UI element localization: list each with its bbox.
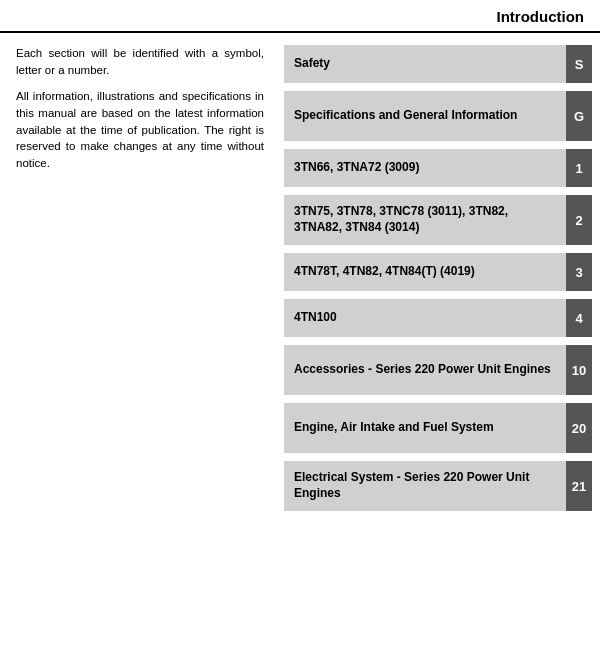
section-4tn78t-badge: 3 <box>566 253 592 291</box>
section-electrical-label: Electrical System - Series 220 Power Uni… <box>284 461 566 511</box>
section-3tn75-badge: 2 <box>566 195 592 245</box>
section-3tn66-badge: 1 <box>566 149 592 187</box>
section-accessories-label: Accessories - Series 220 Power Unit Engi… <box>284 345 566 395</box>
section-4tn78t[interactable]: 4TN78T, 4TN82, 4TN84(T) (4019)3 <box>284 253 592 291</box>
section-3tn66[interactable]: 3TN66, 3TNA72 (3009)1 <box>284 149 592 187</box>
section-safety[interactable]: SafetyS <box>284 45 592 83</box>
section-safety-label: Safety <box>284 45 566 83</box>
section-specs-badge: G <box>566 91 592 141</box>
section-specs-label: Specifications and General Information <box>284 91 566 141</box>
section-electrical[interactable]: Electrical System - Series 220 Power Uni… <box>284 461 592 511</box>
section-engine-air-badge: 20 <box>566 403 592 453</box>
section-engine-air[interactable]: Engine, Air Intake and Fuel System20 <box>284 403 592 453</box>
section-3tn75[interactable]: 3TN75, 3TN78, 3TNC78 (3011), 3TN82, 3TNA… <box>284 195 592 245</box>
section-3tn66-label: 3TN66, 3TNA72 (3009) <box>284 149 566 187</box>
section-specs[interactable]: Specifications and General InformationG <box>284 91 592 141</box>
right-panel: SafetySSpecifications and General Inform… <box>280 45 600 519</box>
section-4tn100[interactable]: 4TN1004 <box>284 299 592 337</box>
section-safety-badge: S <box>566 45 592 83</box>
section-4tn100-label: 4TN100 <box>284 299 566 337</box>
left-panel: Each section will be identified with a s… <box>0 45 280 519</box>
section-engine-air-label: Engine, Air Intake and Fuel System <box>284 403 566 453</box>
content-area: Each section will be identified with a s… <box>0 33 600 519</box>
left-para1: Each section will be identified with a s… <box>16 45 264 78</box>
section-accessories-badge: 10 <box>566 345 592 395</box>
section-electrical-badge: 21 <box>566 461 592 511</box>
section-4tn78t-label: 4TN78T, 4TN82, 4TN84(T) (4019) <box>284 253 566 291</box>
header-title: Introduction <box>497 8 584 25</box>
section-4tn100-badge: 4 <box>566 299 592 337</box>
section-3tn75-label: 3TN75, 3TN78, 3TNC78 (3011), 3TN82, 3TNA… <box>284 195 566 245</box>
left-para2: All information, illustrations and speci… <box>16 88 264 171</box>
page-header: Introduction <box>0 0 600 33</box>
section-accessories[interactable]: Accessories - Series 220 Power Unit Engi… <box>284 345 592 395</box>
